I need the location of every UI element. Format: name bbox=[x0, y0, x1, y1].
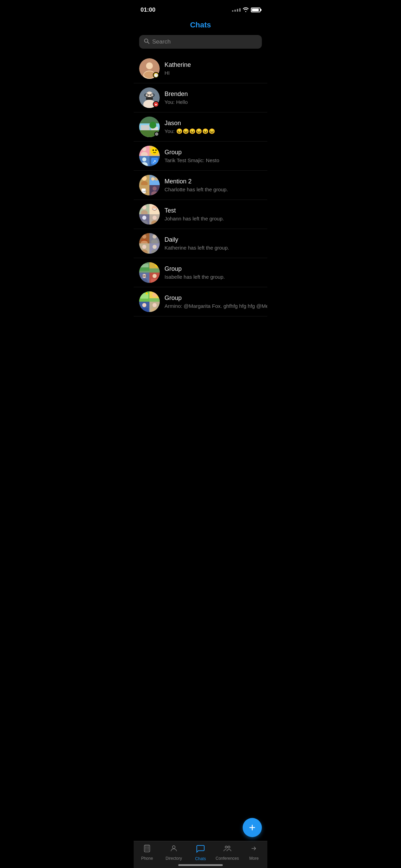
wifi-icon bbox=[243, 7, 249, 13]
page-header: Chats bbox=[134, 17, 267, 35]
chat-name: Mention 2 bbox=[165, 178, 262, 185]
chat-name: Group bbox=[165, 265, 262, 273]
svg-point-20 bbox=[141, 152, 148, 156]
chat-message: Charlotte has left the group. bbox=[165, 186, 262, 192]
list-item[interactable]: ↗ Group Tarik Test Smajic: Nesto bbox=[134, 142, 267, 171]
list-item[interactable]: Jason You: 😖😖😖😖😖😖 bbox=[134, 112, 267, 142]
list-item[interactable]: ● Brenden You: Hello bbox=[134, 83, 267, 112]
svg-point-44 bbox=[153, 216, 157, 220]
chat-name: Group bbox=[165, 294, 267, 302]
chat-name: Brenden bbox=[165, 91, 262, 98]
avatar: cafe bbox=[139, 175, 160, 195]
chat-info: Brenden You: Hello bbox=[165, 91, 262, 105]
svg-point-3 bbox=[146, 62, 153, 69]
svg-point-66 bbox=[153, 274, 157, 278]
svg-rect-73 bbox=[149, 298, 160, 302]
svg-point-25 bbox=[141, 162, 148, 166]
list-item[interactable]: Group Isabelle has left the group. bbox=[134, 258, 267, 287]
svg-point-72 bbox=[152, 292, 157, 297]
chat-message: Armino: @Margarita Fox. ghfhfg hfg hfg @… bbox=[165, 303, 267, 309]
svg-point-36 bbox=[153, 186, 157, 191]
svg-point-22 bbox=[153, 149, 154, 151]
svg-rect-60 bbox=[149, 268, 160, 273]
chat-message: Katherine has left the group. bbox=[165, 245, 262, 251]
status-bar: 01:00 bbox=[134, 0, 267, 17]
svg-point-21 bbox=[150, 147, 159, 155]
list-item[interactable]: Daily Katherine has left the group. bbox=[134, 229, 267, 258]
chat-message: HI bbox=[165, 70, 262, 76]
svg-line-1 bbox=[148, 42, 149, 44]
svg-point-37 bbox=[151, 191, 158, 195]
svg-point-24 bbox=[142, 157, 146, 161]
list-item[interactable]: 🕐 Katherine HI bbox=[134, 54, 267, 83]
chat-info: Test Johann has left the group. bbox=[165, 207, 262, 221]
svg-text:↗: ↗ bbox=[152, 159, 156, 164]
svg-point-23 bbox=[155, 149, 157, 151]
status-time: 01:00 bbox=[141, 7, 155, 13]
search-placeholder: Search bbox=[152, 38, 171, 45]
status-badge: 🕐 bbox=[153, 72, 159, 78]
avatar: ● bbox=[139, 87, 160, 108]
list-item[interactable]: Test Johann has left the group. bbox=[134, 200, 267, 229]
list-item[interactable]: Group Armino: @Margarita Fox. ghfhfg hfg… bbox=[134, 287, 267, 316]
chat-message: Isabelle has left the group. bbox=[165, 274, 262, 280]
svg-point-54 bbox=[151, 250, 158, 254]
chat-message: Johann has left the group. bbox=[165, 216, 262, 221]
svg-point-78 bbox=[153, 303, 157, 307]
chat-info: Jason You: 😖😖😖😖😖😖 bbox=[165, 120, 262, 134]
status-badge: ● bbox=[153, 101, 159, 107]
chat-info: Group Isabelle has left the group. bbox=[165, 265, 262, 280]
svg-point-28 bbox=[142, 176, 147, 181]
svg-point-70 bbox=[146, 292, 148, 294]
status-icons bbox=[232, 7, 260, 13]
svg-point-64 bbox=[141, 279, 148, 283]
chat-message: You: 😖😖😖😖😖😖 bbox=[165, 128, 262, 134]
chat-info: Group Armino: @Margarita Fox. ghfhfg hfg… bbox=[165, 294, 267, 309]
chat-list: 🕐 Katherine HI ● bbox=[134, 54, 267, 344]
chat-name: Test bbox=[165, 207, 262, 214]
list-item[interactable]: cafe Mention 2 Charlotte has left the gr… bbox=[134, 171, 267, 200]
svg-rect-30 bbox=[149, 180, 160, 185]
chat-info: Katherine HI bbox=[165, 61, 262, 76]
chat-info: Group Tarik Test Smajic: Nesto bbox=[165, 149, 262, 163]
status-badge bbox=[154, 132, 159, 136]
svg-rect-67 bbox=[151, 279, 158, 283]
battery-icon bbox=[251, 8, 260, 12]
svg-point-50 bbox=[151, 239, 158, 243]
svg-rect-9 bbox=[146, 97, 153, 100]
avatar bbox=[139, 233, 160, 254]
svg-point-42 bbox=[142, 216, 146, 220]
svg-point-17 bbox=[149, 122, 156, 129]
signal-icon bbox=[232, 8, 241, 12]
search-icon bbox=[144, 38, 149, 45]
svg-point-49 bbox=[153, 234, 157, 239]
avatar bbox=[139, 262, 160, 283]
svg-point-46 bbox=[142, 234, 146, 239]
avatar bbox=[139, 117, 160, 137]
svg-point-29 bbox=[141, 181, 148, 185]
chat-message: Tarik Test Smajic: Nesto bbox=[165, 157, 262, 163]
svg-point-19 bbox=[142, 147, 146, 151]
svg-text:cafe: cafe bbox=[142, 190, 147, 193]
svg-point-31 bbox=[151, 177, 155, 181]
svg-point-53 bbox=[153, 245, 157, 249]
svg-point-38 bbox=[142, 205, 146, 209]
svg-point-43 bbox=[141, 220, 148, 225]
svg-point-59 bbox=[155, 263, 159, 267]
chat-info: Daily Katherine has left the group. bbox=[165, 236, 262, 251]
chat-info: Mention 2 Charlotte has left the group. bbox=[165, 178, 262, 192]
chat-name: Daily bbox=[165, 236, 262, 243]
avatar bbox=[139, 291, 160, 312]
svg-rect-57 bbox=[139, 267, 149, 271]
chat-name: Katherine bbox=[165, 61, 262, 69]
avatar bbox=[139, 204, 160, 225]
avatar: ↗ bbox=[139, 146, 160, 166]
chat-name: Jason bbox=[165, 120, 262, 127]
svg-point-32 bbox=[155, 177, 158, 181]
svg-point-45 bbox=[151, 220, 158, 225]
svg-point-51 bbox=[142, 245, 146, 249]
chat-message: You: Hello bbox=[165, 99, 262, 105]
page-title: Chats bbox=[190, 21, 211, 29]
chat-name: Group bbox=[165, 149, 262, 156]
search-bar[interactable]: Search bbox=[139, 35, 262, 49]
